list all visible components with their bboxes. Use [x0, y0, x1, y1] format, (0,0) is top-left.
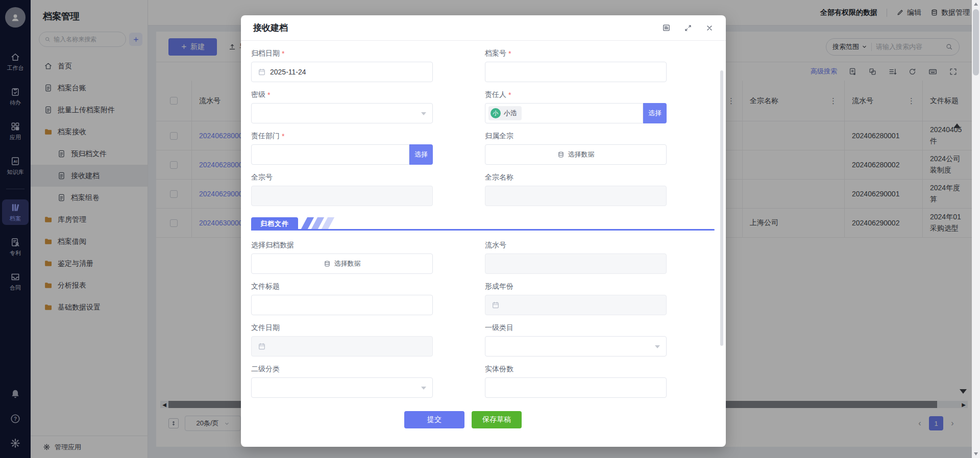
- doc-title-input[interactable]: [251, 295, 433, 315]
- expand-icon[interactable]: [684, 24, 692, 32]
- calendar-icon: [492, 301, 500, 309]
- receive-filing-modal: 接收建档 归档日期* 2025-11-24 档案号*: [241, 15, 726, 447]
- section-archived-files: 归档文件: [251, 217, 668, 231]
- fonds-picker-button[interactable]: 选择数据: [485, 144, 667, 165]
- form-view-icon[interactable]: [662, 23, 671, 32]
- field-dept: 责任部门* 选择: [251, 132, 433, 165]
- calendar-icon: [258, 68, 266, 76]
- owner-input[interactable]: 小 小浩: [485, 103, 643, 123]
- doc-date-input: [251, 336, 433, 357]
- avatar: 小: [491, 108, 501, 118]
- fonds-name-input: [485, 186, 667, 206]
- dept-input[interactable]: [251, 144, 409, 165]
- page-vertical-scrollbar[interactable]: [972, 0, 980, 458]
- section-stripe: [322, 217, 334, 229]
- field-serial: 流水号: [485, 241, 667, 274]
- owner-choose-button[interactable]: 选择: [643, 103, 667, 123]
- modal-body: 归档日期* 2025-11-24 档案号* 密级* 责任人*: [241, 41, 726, 447]
- field-fonds: 归属全宗 选择数据: [485, 132, 667, 165]
- owner-tag[interactable]: 小 小浩: [488, 106, 522, 120]
- modal-actions: 提交 保存草稿: [251, 411, 675, 428]
- caret-down-icon: [655, 345, 660, 348]
- field-doc-title: 文件标题: [251, 282, 433, 315]
- field-owner: 责任人* 小 小浩 选择: [485, 90, 667, 123]
- field-secrecy: 密级*: [251, 90, 433, 123]
- section-underline: [251, 229, 715, 231]
- field-pick-archive: 选择归档数据 选择数据: [251, 241, 433, 274]
- field-copies: 实体份数: [485, 365, 667, 398]
- field-year: 形成年份: [485, 282, 667, 315]
- field-archive-date: 归档日期* 2025-11-24: [251, 49, 433, 82]
- database-icon: [324, 260, 331, 267]
- section-title: 归档文件: [251, 217, 298, 231]
- modal-title: 接收建档: [253, 22, 288, 34]
- scrollbar-thumb[interactable]: [973, 9, 979, 75]
- modal-scrollbar-thumb[interactable]: [720, 70, 723, 346]
- scroll-up-arrow[interactable]: [972, 0, 980, 8]
- file-no-input[interactable]: [485, 62, 667, 82]
- field-cat1: 一级类目: [485, 323, 667, 357]
- serial-input: [485, 253, 667, 274]
- copies-input[interactable]: [485, 377, 667, 398]
- field-file-no: 档案号*: [485, 49, 667, 82]
- dept-choose-button[interactable]: 选择: [409, 144, 433, 165]
- database-icon: [557, 151, 565, 158]
- save-draft-button[interactable]: 保存草稿: [472, 411, 522, 428]
- field-fonds-no: 全宗号: [251, 173, 433, 206]
- caret-down-icon: [421, 387, 426, 390]
- field-doc-date: 文件日期: [251, 323, 433, 357]
- year-input: [485, 295, 667, 315]
- submit-button[interactable]: 提交: [404, 411, 464, 428]
- fonds-no-input: [251, 186, 433, 206]
- caret-down-icon: [421, 112, 426, 115]
- field-cat2: 二级分类: [251, 365, 433, 398]
- calendar-icon: [258, 342, 266, 350]
- field-fonds-name: 全宗名称: [485, 173, 667, 206]
- cat1-select[interactable]: [485, 336, 667, 357]
- modal-header: 接收建档: [241, 15, 726, 41]
- cat2-select[interactable]: [251, 377, 433, 398]
- secrecy-select[interactable]: [251, 103, 433, 123]
- archive-date-input[interactable]: 2025-11-24: [251, 62, 433, 82]
- archive-data-picker-button[interactable]: 选择数据: [251, 253, 433, 274]
- close-icon[interactable]: [705, 24, 714, 32]
- scroll-down-arrow[interactable]: [972, 450, 980, 458]
